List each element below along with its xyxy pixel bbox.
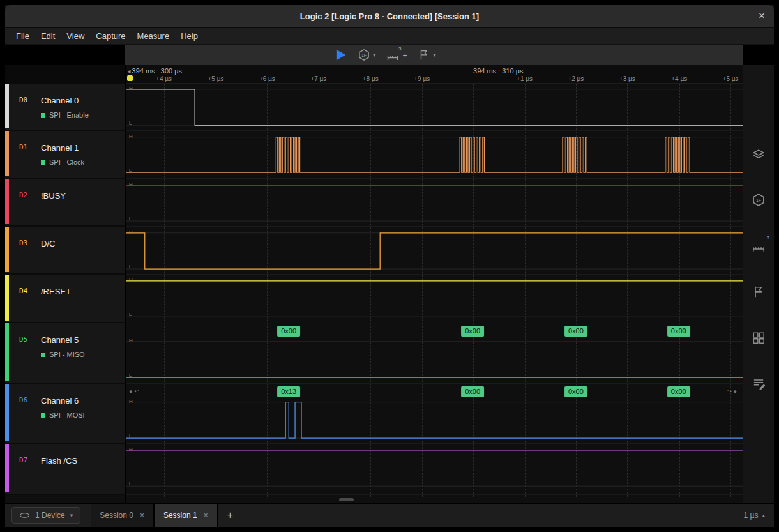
ruler-tick-label: +9 µs — [414, 75, 430, 82]
menu-item-view[interactable]: View — [61, 29, 90, 43]
menu-item-capture[interactable]: Capture — [90, 29, 131, 43]
chevron-down-icon: ▾ — [433, 52, 436, 58]
channel-name: Channel 0 — [41, 96, 89, 105]
high-level-label: H — [129, 338, 133, 344]
channel-color-strip — [5, 131, 9, 176]
start-capture-button[interactable] — [333, 48, 347, 62]
menu-item-measure[interactable]: Measure — [132, 29, 176, 43]
timing-marker-button[interactable]: ▾ — [418, 49, 436, 61]
waveform-d6[interactable]: HL0x130x000x000x00●↶↷● — [126, 384, 743, 444]
channel-color-strip — [5, 227, 9, 272]
app-window: Logic 2 [Logic Pro 8 - Connected] [Sessi… — [5, 5, 774, 527]
channel-label-d5[interactable]: D5Channel 5SPI - MISO — [5, 323, 125, 384]
analyzers-icon[interactable] — [750, 146, 767, 162]
ruler-tick-label: +3 µs — [619, 75, 635, 82]
analyzer-label: SPI - MISO — [49, 351, 85, 358]
ruler-tick-label: +8 µs — [363, 75, 379, 82]
jump-next-transition-icon[interactable]: ↷● — [727, 388, 738, 395]
plus-icon: + — [403, 50, 408, 60]
device-label: 1 Device — [35, 511, 65, 520]
waveform-d2[interactable]: HL — [126, 179, 743, 227]
scrollbar-thumb[interactable] — [339, 498, 354, 501]
decoded-byte-bubble[interactable]: 0x00 — [277, 326, 300, 337]
analyzer-label: SPI - Enable — [49, 111, 89, 119]
protocol-results-icon[interactable]: 1F — [750, 192, 767, 208]
decoded-byte-bubble[interactable]: 0x00 — [461, 386, 484, 397]
waveform-d3[interactable]: HL — [126, 227, 743, 275]
low-level-label: L — [129, 433, 132, 439]
waveform-d5[interactable]: HL0x000x000x000x00 — [126, 323, 743, 384]
trigger-marker[interactable] — [127, 75, 133, 81]
high-level-label: H — [129, 229, 133, 236]
high-level-label: H — [129, 86, 133, 92]
tab-close-icon[interactable]: × — [204, 511, 208, 520]
low-level-label: L — [129, 372, 132, 379]
toolbar-left-spacer — [5, 45, 125, 65]
channel-id: D2 — [19, 191, 41, 199]
analyzer-label: SPI - MOSI — [49, 411, 85, 419]
channel-name: !BUSY — [41, 191, 66, 201]
channel-label-d3[interactable]: D3D/C — [5, 227, 125, 275]
ruler-tick-label: +4 µs — [671, 75, 687, 82]
measurements-icon[interactable]: 3 — [750, 238, 767, 254]
channel-color-strip — [5, 384, 9, 441]
jump-prev-transition-icon[interactable]: ●↶ — [129, 388, 140, 395]
menu-item-help[interactable]: Help — [175, 29, 204, 43]
channel-name: /RESET — [41, 287, 71, 296]
waveform-d0[interactable]: HL — [126, 84, 743, 131]
device-selector[interactable]: 1 Device ▾ — [11, 507, 80, 524]
tab-label: Session 0 — [100, 511, 133, 520]
decoded-byte-bubble[interactable]: 0x00 — [564, 326, 587, 337]
decoded-byte-bubble[interactable]: 0x00 — [461, 326, 484, 337]
add-measurement-button[interactable]: 3 + — [386, 49, 408, 61]
session-tab-1[interactable]: Session 1× — [155, 504, 218, 527]
chevron-up-icon: ▴ — [762, 512, 765, 519]
channel-label-d4[interactable]: D4/RESET — [5, 275, 125, 323]
right-sidebar: 1F3 — [743, 65, 774, 503]
session-tab-0[interactable]: Session 0× — [91, 504, 155, 527]
hexagon-1f-icon — [358, 49, 370, 61]
zoom-label: 1 µs — [744, 511, 759, 520]
channel-color-strip — [5, 275, 9, 321]
close-button[interactable]: × — [759, 10, 765, 22]
channel-name: D/C — [41, 239, 55, 248]
decoded-byte-bubble[interactable]: 0x00 — [667, 326, 690, 337]
channel-label-d6[interactable]: D6Channel 6SPI - MOSI — [5, 384, 125, 444]
waveform-d1[interactable]: HL — [126, 131, 743, 179]
low-level-label: L — [129, 216, 132, 222]
ruler-corner-spacer — [5, 65, 125, 84]
menu-item-edit[interactable]: Edit — [35, 29, 61, 43]
ruler-tick-label: +5 µs — [208, 75, 223, 82]
channel-id: D7 — [19, 456, 41, 464]
timeline-ruler[interactable]: ◂394 ms : 300 µs 394 ms : 310 µs +4 µs+5… — [126, 65, 743, 84]
ruler-tick-label: +5 µs — [723, 75, 739, 82]
toolbar-actions: 1F ▾ 3 + ▾ — [125, 45, 743, 65]
notes-icon[interactable] — [750, 376, 767, 392]
channel-panel: D0Channel 0SPI - EnableD1Channel 1SPI - … — [5, 65, 125, 503]
channel-label-d7[interactable]: D7Flash /CS — [5, 444, 125, 495]
channel-label-d1[interactable]: D1Channel 1SPI - Clock — [5, 131, 125, 179]
channel-label-d0[interactable]: D0Channel 0SPI - Enable — [5, 84, 125, 131]
waveform-d7[interactable]: HL — [126, 444, 743, 495]
channel-label-d2[interactable]: D2!BUSY — [5, 179, 125, 227]
menu-item-file[interactable]: File — [10, 29, 35, 43]
channel-name: Flash /CS — [41, 456, 77, 466]
extensions-icon[interactable] — [750, 330, 767, 346]
horizontal-scrollbar[interactable] — [126, 497, 743, 503]
channel-id: D5 — [19, 335, 41, 344]
timeline-position-label-left: ◂394 ms : 300 µs — [127, 67, 182, 75]
new-session-button[interactable]: + — [218, 510, 242, 521]
titlebar[interactable]: Logic 2 [Logic Pro 8 - Connected] [Sessi… — [5, 5, 774, 28]
low-level-label: L — [129, 481, 132, 487]
channel-id: D3 — [19, 239, 41, 247]
trace-area[interactable]: HLHLHLHLHLHL0x000x000x000x00HL0x130x000x… — [126, 84, 743, 497]
decoded-byte-bubble[interactable]: 0x00 — [667, 386, 690, 397]
flag-icon — [418, 49, 430, 61]
timing-markers-icon[interactable] — [750, 284, 767, 300]
zoom-indicator[interactable]: 1 µs ▴ — [744, 511, 765, 520]
decoded-byte-bubble[interactable]: 0x00 — [564, 386, 587, 397]
waveform-d4[interactable]: HL — [126, 275, 743, 323]
protocol-analyzer-button[interactable]: 1F ▾ — [358, 49, 376, 61]
decoded-byte-bubble[interactable]: 0x13 — [277, 386, 300, 397]
tab-close-icon[interactable]: × — [140, 511, 144, 520]
